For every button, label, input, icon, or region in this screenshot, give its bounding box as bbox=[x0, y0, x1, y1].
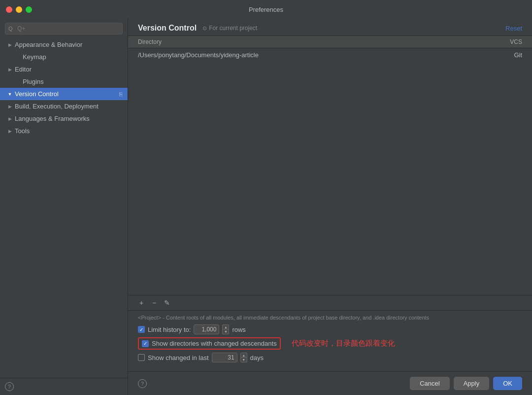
main-panel: Version Control ⊙ For current project Re… bbox=[128, 19, 532, 395]
rows-label: rows bbox=[232, 326, 245, 333]
limit-history-input[interactable] bbox=[194, 324, 219, 334]
limit-history-checkbox-wrap[interactable]: Limit history to: bbox=[138, 326, 191, 333]
close-button[interactable] bbox=[6, 6, 12, 13]
show-changed-checkbox[interactable] bbox=[138, 354, 145, 361]
limit-history-spinner: ▲ ▼ bbox=[222, 324, 229, 334]
edit-button[interactable]: ✎ bbox=[162, 297, 172, 308]
table-body: /Users/ponytang/Documents/yideng-article… bbox=[128, 48, 532, 295]
maximize-button[interactable] bbox=[26, 6, 32, 13]
limit-history-label: Limit history to: bbox=[148, 326, 191, 333]
show-changed-label: Show changed in last bbox=[148, 354, 209, 361]
footer: ? Cancel Apply OK bbox=[128, 371, 532, 395]
sidebar-item-build[interactable]: ▶ Build, Execution, Deployment bbox=[0, 100, 128, 112]
chevron-right-icon: ▶ bbox=[7, 104, 13, 109]
table-row[interactable]: /Users/ponytang/Documents/yideng-article… bbox=[128, 48, 532, 62]
footer-right: Cancel Apply OK bbox=[410, 377, 522, 390]
copy-icon: ⎘ bbox=[119, 91, 123, 97]
apply-button[interactable]: Apply bbox=[454, 377, 490, 390]
cell-directory: /Users/ponytang/Documents/yideng-article bbox=[138, 51, 483, 59]
show-changed-row: Show changed in last ▲ ▼ days bbox=[138, 353, 522, 362]
table-header: Directory VCS bbox=[128, 36, 532, 48]
sidebar-item-label: Plugins bbox=[23, 78, 44, 85]
show-directories-label: Show directories with changed descendant… bbox=[152, 340, 277, 347]
titlebar: Preferences bbox=[0, 0, 532, 19]
footer-left: ? bbox=[138, 379, 147, 388]
table-toolbar: + − ✎ bbox=[128, 295, 532, 311]
sidebar-item-label: Keymap bbox=[23, 53, 46, 61]
show-changed-spinner: ▲ ▼ bbox=[240, 353, 247, 362]
content-area: Q ▶ Appearance & Behavior Keymap ▶ Edito… bbox=[0, 19, 532, 395]
column-header-vcs: VCS bbox=[483, 38, 522, 45]
annotation-text: 代码改变时，目录颜色跟着变化 bbox=[292, 339, 395, 348]
search-icon: Q bbox=[8, 26, 13, 32]
sidebar-item-label: Tools bbox=[15, 127, 30, 135]
limit-history-checkbox[interactable] bbox=[138, 326, 145, 333]
search-input[interactable] bbox=[5, 23, 123, 35]
show-changed-input[interactable] bbox=[212, 353, 237, 362]
search-box[interactable]: Q bbox=[5, 23, 123, 35]
show-directories-highlight: Show directories with changed descendant… bbox=[138, 337, 281, 350]
spinner-down-button[interactable]: ▼ bbox=[222, 329, 229, 334]
chevron-down-icon: ▼ bbox=[7, 91, 13, 97]
window-title: Preferences bbox=[249, 6, 283, 13]
panel-header-left: Version Control ⊙ For current project bbox=[138, 24, 257, 33]
help-icon[interactable]: ? bbox=[138, 379, 147, 388]
help-button[interactable]: ? bbox=[5, 382, 14, 391]
panel-title: Version Control bbox=[138, 24, 197, 33]
days-label: days bbox=[250, 354, 264, 361]
sidebar-bottom: ? bbox=[0, 378, 128, 395]
sidebar: Q ▶ Appearance & Behavior Keymap ▶ Edito… bbox=[0, 19, 128, 395]
sidebar-item-plugins[interactable]: Plugins bbox=[0, 75, 128, 88]
minimize-button[interactable] bbox=[16, 6, 22, 13]
cell-vcs: Git bbox=[483, 51, 522, 59]
ok-button[interactable]: OK bbox=[493, 377, 522, 390]
sidebar-item-label: Languages & Frameworks bbox=[15, 115, 90, 122]
vcs-table: Directory VCS /Users/ponytang/Documents/… bbox=[128, 36, 532, 295]
sidebar-item-version-control[interactable]: ▼ Version Control ⎘ bbox=[0, 88, 128, 100]
spinner-down-button[interactable]: ▼ bbox=[240, 358, 247, 362]
options-panel: <Project> - Content roots of all modules… bbox=[128, 311, 532, 371]
column-header-directory: Directory bbox=[138, 38, 483, 45]
traffic-lights bbox=[6, 6, 32, 13]
sidebar-item-label: Version Control bbox=[15, 90, 59, 98]
panel-subtitle: ⊙ For current project bbox=[202, 25, 257, 32]
project-icon: ⊙ bbox=[202, 25, 207, 32]
sidebar-item-appearance[interactable]: ▶ Appearance & Behavior bbox=[0, 38, 128, 51]
sidebar-item-label: Appearance & Behavior bbox=[15, 41, 82, 48]
preferences-window: Preferences Q ▶ Appearance & Behavior Ke… bbox=[0, 0, 532, 395]
cancel-button[interactable]: Cancel bbox=[410, 377, 449, 390]
spinner-up-button[interactable]: ▲ bbox=[222, 324, 229, 329]
chevron-placeholder bbox=[15, 54, 21, 60]
sidebar-items: ▶ Appearance & Behavior Keymap ▶ Editor … bbox=[0, 38, 128, 378]
show-directories-row: Show directories with changed descendant… bbox=[138, 337, 522, 350]
panel-header: Version Control ⊙ For current project Re… bbox=[128, 19, 532, 36]
chevron-right-icon: ▶ bbox=[7, 128, 13, 134]
project-note: <Project> - Content roots of all modules… bbox=[138, 315, 522, 321]
sidebar-item-languages[interactable]: ▶ Languages & Frameworks bbox=[0, 112, 128, 125]
sidebar-item-keymap[interactable]: Keymap bbox=[0, 51, 128, 63]
show-directories-checkbox[interactable] bbox=[142, 340, 149, 347]
chevron-right-icon: ▶ bbox=[7, 42, 13, 48]
limit-history-row: Limit history to: ▲ ▼ rows bbox=[138, 324, 522, 334]
sidebar-item-tools[interactable]: ▶ Tools bbox=[0, 125, 128, 137]
sidebar-item-label: Build, Execution, Deployment bbox=[15, 103, 99, 110]
chevron-right-icon: ▶ bbox=[7, 116, 13, 122]
add-button[interactable]: + bbox=[136, 297, 147, 308]
spinner-up-button[interactable]: ▲ bbox=[240, 353, 247, 358]
show-changed-checkbox-wrap[interactable]: Show changed in last bbox=[138, 354, 209, 361]
panel-body: Directory VCS /Users/ponytang/Documents/… bbox=[128, 36, 532, 371]
chevron-placeholder bbox=[15, 79, 21, 85]
remove-button[interactable]: − bbox=[149, 297, 160, 308]
show-directories-checkbox-wrap[interactable]: Show directories with changed descendant… bbox=[142, 340, 277, 347]
sidebar-item-editor[interactable]: ▶ Editor bbox=[0, 63, 128, 75]
reset-button[interactable]: Reset bbox=[505, 25, 522, 32]
chevron-right-icon: ▶ bbox=[7, 67, 13, 72]
sidebar-item-label: Editor bbox=[15, 66, 32, 73]
